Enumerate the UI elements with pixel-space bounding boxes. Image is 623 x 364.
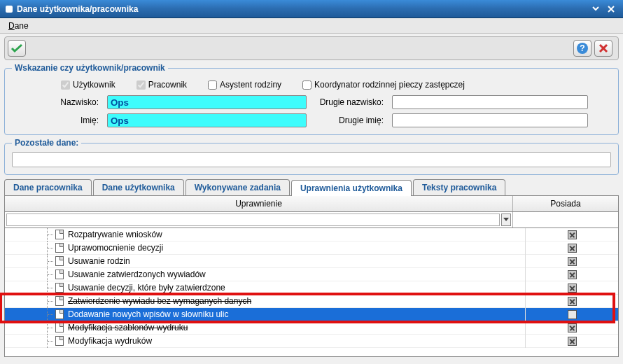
document-icon [55, 309, 64, 319]
tree-line-icon [47, 255, 55, 268]
tab-dane-uzytkownika[interactable]: Dane użytkownika [93, 179, 184, 195]
permission-row[interactable]: Zatwierdzenie wywiadu bez wymaganych dan… [5, 295, 618, 308]
permission-row[interactable]: Usuwanie zatwierdzonych wywiadów [5, 268, 618, 281]
tree-line-icon [47, 308, 55, 321]
svg-text:?: ? [580, 43, 584, 53]
document-icon [55, 296, 64, 306]
permission-row[interactable]: Modyfikacja wydruków [5, 335, 618, 348]
other-data-legend: Pozostałe dane: [12, 138, 81, 148]
close-icon [598, 43, 608, 53]
has-checkbox[interactable] [568, 323, 577, 332]
firstname-label: Imię: [12, 115, 103, 125]
role-user-label: Użytkownik [73, 80, 115, 90]
has-checkbox[interactable] [568, 297, 577, 306]
close-window-button[interactable] [605, 3, 617, 15]
help-button[interactable]: ? [573, 40, 592, 57]
col-uprawnienie-header[interactable]: Uprawnienie [5, 196, 513, 211]
lastname2-label: Drugie nazwisko: [311, 97, 388, 107]
col-posiada-header[interactable]: Posiada [513, 196, 618, 211]
document-icon [55, 323, 64, 332]
permission-label: Usuwanie zatwierdzonych wywiadów [68, 270, 206, 279]
lastname2-input[interactable] [392, 95, 588, 109]
permission-row[interactable]: Usuwanie rodzin [5, 255, 618, 268]
document-icon [55, 243, 64, 253]
help-icon: ? [576, 42, 589, 55]
tab-wykonywane-zadania[interactable]: Wykonywane zadania [186, 179, 290, 195]
tree-line-icon [47, 321, 55, 335]
role-coordinator[interactable]: Koordynator rodzinnej pieczy zastępczej [302, 80, 465, 90]
tab-teksty-pracownika[interactable]: Teksty pracownika [413, 179, 506, 195]
permission-label: Usuwanie decyzji, które były zatwierdzon… [68, 283, 225, 293]
role-user[interactable]: Użytkownik [61, 80, 115, 90]
permission-row[interactable]: Uprawomocnienie decyzji [5, 241, 618, 255]
document-icon [55, 283, 64, 293]
window-titlebar: Dane użytkownika/pracownika [0, 0, 623, 18]
menu-dane-label: ane [15, 21, 29, 31]
cancel-button[interactable] [594, 40, 612, 57]
role-employee-checkbox[interactable] [136, 80, 146, 90]
check-icon [10, 43, 23, 53]
permission-row[interactable]: Dodawanie nowych wpisów w słowniku ulic [5, 308, 618, 321]
grid-body[interactable]: Rozpatrywanie wnioskówUprawomocnienie de… [5, 228, 618, 356]
other-data-input[interactable] [12, 152, 611, 167]
role-coordinator-label: Koordynator rodzinnej pieczy zastępczej [314, 80, 465, 90]
window-title: Dane użytkownika/pracownika [17, 4, 587, 14]
has-checkbox[interactable] [568, 310, 577, 319]
accept-button[interactable] [8, 40, 26, 57]
has-checkbox[interactable] [568, 337, 577, 346]
tree-line-icon [47, 335, 55, 348]
role-coordinator-checkbox[interactable] [302, 80, 312, 90]
document-icon [55, 336, 64, 346]
tree-line-icon [47, 281, 55, 295]
other-data-panel: Pozostałe dane: [4, 138, 619, 175]
role-assistant-label: Asystent rodziny [220, 80, 281, 90]
permissions-grid: Uprawnienie Posiada Rozpatrywanie wniosk… [4, 196, 619, 357]
firstname-input[interactable] [107, 113, 307, 127]
filter-uprawnienie-input[interactable] [6, 214, 500, 226]
role-employee-label: Pracownik [148, 80, 187, 90]
document-icon [55, 256, 64, 266]
permission-label: Modyfikacja szablonów wydruku [68, 323, 188, 332]
firstname2-input[interactable] [392, 113, 588, 127]
minimize-button[interactable] [589, 3, 602, 15]
role-assistant[interactable]: Asystent rodziny [208, 80, 281, 90]
tab-uprawnienia-uzytkownika[interactable]: Uprawnienia użytkownika [291, 180, 412, 196]
chevron-down-icon [503, 218, 509, 222]
app-icon [6, 6, 13, 13]
has-checkbox[interactable] [568, 270, 577, 279]
has-checkbox[interactable] [568, 257, 577, 266]
menubar: Dane [0, 18, 623, 34]
tree-line-icon [47, 241, 55, 255]
lastname-label: Nazwisko: [12, 97, 103, 107]
permission-label: Rozpatrywanie wniosków [68, 230, 162, 239]
svg-marker-6 [503, 218, 509, 221]
lastname-input[interactable] [107, 95, 307, 109]
tab-dane-pracownika[interactable]: Dane pracownika [4, 179, 92, 195]
menu-dane[interactable]: Dane [4, 20, 33, 32]
toolbar: ? [4, 36, 619, 60]
permission-label: Uprawomocnienie decyzji [68, 243, 163, 253]
document-icon [55, 270, 64, 279]
roles-legend: Wskazanie czy użytkownik/pracownik [12, 63, 168, 73]
permission-row[interactable]: Usuwanie decyzji, które były zatwierdzon… [5, 281, 618, 295]
permission-row[interactable]: Modyfikacja szablonów wydruku [5, 321, 618, 335]
has-checkbox[interactable] [568, 230, 577, 239]
tabs: Dane pracownika Dane użytkownika Wykonyw… [4, 179, 619, 196]
permission-label: Zatwierdzenie wywiadu bez wymaganych dan… [68, 296, 251, 306]
role-employee[interactable]: Pracownik [136, 80, 187, 90]
document-icon [55, 230, 64, 239]
role-user-checkbox[interactable] [61, 80, 70, 90]
roles-panel: Wskazanie czy użytkownik/pracownik Użytk… [4, 63, 619, 135]
has-checkbox[interactable] [568, 244, 577, 253]
permission-label: Usuwanie rodzin [68, 256, 130, 266]
filter-dropdown-button[interactable] [501, 214, 511, 226]
permission-row[interactable]: Rozpatrywanie wniosków [5, 228, 618, 241]
tree-line-icon [47, 228, 55, 241]
permission-label: Modyfikacja wydruków [68, 336, 152, 346]
has-checkbox[interactable] [568, 284, 577, 293]
role-assistant-checkbox[interactable] [208, 80, 217, 90]
tree-line-icon [47, 295, 55, 308]
firstname2-label: Drugie imię: [311, 115, 388, 125]
tree-line-icon [47, 268, 55, 281]
permission-label: Dodawanie nowych wpisów w słowniku ulic [68, 309, 228, 319]
